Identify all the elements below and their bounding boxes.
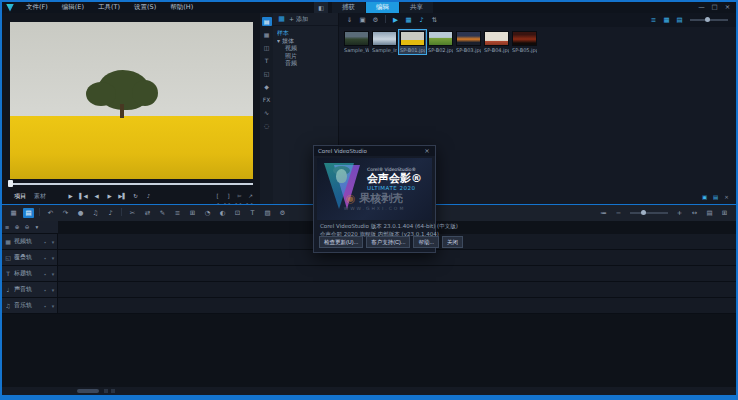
seek-bar[interactable] bbox=[10, 183, 253, 185]
menu-help[interactable]: 帮助(H) bbox=[163, 2, 200, 13]
undo-icon[interactable]: ↶ bbox=[45, 208, 56, 218]
system-volume-button[interactable]: ♪ bbox=[142, 191, 155, 202]
time-remap-icon[interactable]: ◔ bbox=[202, 208, 213, 218]
library-item[interactable]: SP-B01.jpg bbox=[399, 30, 426, 54]
repeat-button[interactable]: ↻ bbox=[129, 191, 142, 202]
track-option-icon[interactable]: ∙ bbox=[41, 255, 49, 261]
maximize-button[interactable]: □ bbox=[708, 2, 721, 13]
3d-title-icon[interactable]: T bbox=[247, 208, 258, 218]
tree-item-media[interactable]: ▾ 媒体 bbox=[277, 37, 338, 45]
enlarge-preview-icon[interactable]: ↗ bbox=[245, 191, 256, 201]
scroll-timeline-icon[interactable]: ▾ bbox=[32, 222, 42, 232]
auto-music-icon[interactable]: ♪ bbox=[105, 208, 116, 218]
slider-handle[interactable] bbox=[641, 210, 646, 215]
thumbnail-view-icon[interactable]: ▦ bbox=[661, 15, 672, 25]
timeline-zoom-slider[interactable] bbox=[630, 212, 668, 214]
motion-path-icon[interactable]: ∿ bbox=[262, 108, 272, 117]
seek-handle[interactable] bbox=[8, 180, 13, 187]
next-frame-button[interactable]: ▶ bbox=[103, 191, 116, 202]
list-view-icon[interactable]: ≡ bbox=[648, 15, 659, 25]
record-capture-icon[interactable]: ● bbox=[75, 208, 86, 218]
library-settings-icon[interactable]: ⚙ bbox=[370, 15, 381, 25]
timeline-horizontal-scrollbar[interactable] bbox=[77, 389, 99, 393]
track-menu-icon[interactable]: ▾ bbox=[49, 287, 57, 293]
multicam-editor-icon[interactable]: ⊞ bbox=[187, 208, 198, 218]
browse-folder-icon[interactable]: ▣ bbox=[357, 15, 368, 25]
title-track-lane[interactable] bbox=[58, 266, 736, 281]
track-menu-icon[interactable]: ▾ bbox=[49, 303, 57, 309]
split-clip-icon[interactable]: ✂ bbox=[127, 208, 138, 218]
library-item[interactable]: SP-B04.jpg bbox=[483, 30, 510, 54]
tab-capture[interactable]: 捕获 bbox=[332, 2, 365, 13]
titles-icon[interactable]: T bbox=[262, 56, 272, 65]
track-menu-icon[interactable]: ▾ bbox=[49, 271, 57, 277]
tree-item-video[interactable]: 视频 bbox=[277, 44, 338, 52]
speech-to-text-icon[interactable]: ◌ bbox=[262, 121, 272, 130]
scroll-right-button[interactable] bbox=[111, 389, 115, 393]
effects-settings-icon[interactable]: ⚙ bbox=[277, 208, 288, 218]
add-folder-button[interactable]: + 添加 bbox=[289, 15, 308, 24]
library-item[interactable]: SP-B05.jpg bbox=[511, 30, 538, 54]
video-track-header[interactable]: ▦视频轨∙▾ bbox=[2, 234, 58, 249]
tab-share[interactable]: 共享 bbox=[400, 2, 433, 13]
customer-support-button[interactable]: 客户支持(C)... bbox=[366, 236, 410, 248]
tree-item-audio[interactable]: 音频 bbox=[277, 59, 338, 67]
close-button[interactable]: × bbox=[721, 2, 734, 13]
instant-project-icon[interactable]: ▦ bbox=[262, 30, 272, 39]
menu-settings[interactable]: 设置(S) bbox=[127, 2, 163, 13]
play-button[interactable]: ▶ bbox=[64, 191, 77, 202]
scroll-left-button[interactable] bbox=[104, 389, 108, 393]
slider-handle[interactable] bbox=[705, 17, 710, 22]
check-updates-button[interactable]: 检查更新(U)... bbox=[319, 236, 363, 248]
library-item[interactable]: SP-B03.jpg bbox=[455, 30, 482, 54]
library-item[interactable]: SP-B02.jpg bbox=[427, 30, 454, 54]
music-track-lane[interactable] bbox=[58, 298, 736, 313]
media-icon[interactable]: ▤ bbox=[262, 17, 272, 26]
mask-creator-icon[interactable]: ◐ bbox=[217, 208, 228, 218]
ripple-editing-icon[interactable]: ▤ bbox=[704, 208, 715, 218]
workspace-layout-button[interactable]: ◧ bbox=[314, 2, 328, 13]
track-transparency-icon[interactable]: ▨ bbox=[262, 208, 273, 218]
filter-audio-toggle[interactable]: ♪ bbox=[416, 15, 427, 25]
split-clip-icon[interactable]: ✂ bbox=[234, 191, 245, 201]
detail-view-icon[interactable]: ▤ bbox=[674, 15, 685, 25]
voice-track-header[interactable]: ♩声音轨∙▾ bbox=[2, 282, 58, 297]
import-media-icon[interactable]: ⇓ bbox=[344, 15, 355, 25]
fit-project-icon[interactable]: ↔ bbox=[689, 208, 700, 218]
library-compact-icon[interactable]: ▣ bbox=[699, 192, 710, 202]
music-track-header[interactable]: ♫音乐轨∙▾ bbox=[2, 298, 58, 313]
sort-icon[interactable]: ⇅ bbox=[429, 15, 440, 25]
subtitle-editor-icon[interactable]: ≡ bbox=[172, 208, 183, 218]
home-button[interactable]: ▌◀ bbox=[77, 191, 90, 202]
mode-project[interactable]: 项目 bbox=[10, 191, 30, 201]
track-option-icon[interactable]: ∙ bbox=[41, 287, 49, 293]
add-track-icon[interactable]: ⊕ bbox=[12, 222, 22, 232]
tree-item-photo[interactable]: 照片 bbox=[277, 52, 338, 60]
project-duration-icon[interactable]: ≔ bbox=[598, 208, 609, 218]
library-hide-icon[interactable]: × bbox=[721, 192, 732, 202]
filter-videos-toggle[interactable]: ▶ bbox=[390, 15, 401, 25]
track-manager-icon[interactable]: ≡ bbox=[2, 222, 12, 232]
library-expand-icon[interactable]: ▤ bbox=[710, 192, 721, 202]
library-item[interactable]: Sample_Wo... bbox=[343, 30, 370, 54]
zoom-in-icon[interactable]: + bbox=[674, 208, 685, 218]
track-option-icon[interactable]: ∙ bbox=[41, 303, 49, 309]
dialog-close-icon[interactable]: × bbox=[423, 147, 431, 155]
storyboard-view-icon[interactable]: ▦ bbox=[8, 208, 19, 218]
voice-track-lane[interactable] bbox=[58, 282, 736, 297]
graphics-icon[interactable]: ◆ bbox=[262, 82, 272, 91]
thumb-zoom-slider[interactable] bbox=[690, 19, 728, 21]
tree-item-samples[interactable]: 样本 bbox=[277, 29, 338, 37]
dialog-title-bar[interactable]: Corel VideoStudio × bbox=[314, 146, 435, 156]
pan-zoom-icon[interactable]: ⊡ bbox=[232, 208, 243, 218]
prev-frame-button[interactable]: ◀ bbox=[90, 191, 103, 202]
title-track-header[interactable]: T标题轨∙▾ bbox=[2, 266, 58, 281]
minimize-button[interactable]: — bbox=[695, 2, 708, 13]
library-item[interactable]: Sample_In... bbox=[371, 30, 398, 54]
transitions-icon[interactable]: ◫ bbox=[262, 43, 272, 52]
track-option-icon[interactable]: ∙ bbox=[41, 239, 49, 245]
timeline-view-icon[interactable]: ▤ bbox=[23, 208, 34, 218]
end-button[interactable]: ▶▌ bbox=[116, 191, 129, 202]
help-button[interactable]: 帮助... bbox=[413, 236, 439, 248]
tab-edit[interactable]: 编辑 bbox=[366, 2, 399, 13]
